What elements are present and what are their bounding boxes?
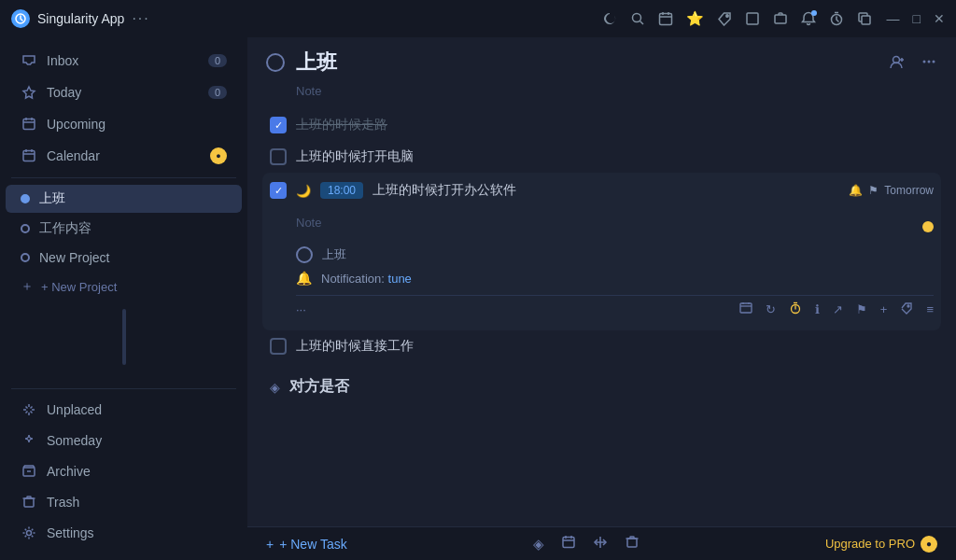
new-task-plus-icon: + (266, 537, 274, 552)
expanded-project-circle (296, 246, 313, 263)
expanded-toolbar-list[interactable]: ≡ (926, 302, 934, 316)
task-text-3: 上班的时候打开办公软件 (373, 182, 516, 199)
sidebar-divider-1 (11, 177, 236, 178)
sidebar-item-inbox[interactable]: Inbox 0 (6, 46, 242, 76)
svg-point-26 (27, 531, 32, 536)
refresh-icon[interactable] (602, 11, 617, 26)
section-diamond-icon: ◈ (270, 380, 280, 395)
section2-header: ◈ 对方是否 (262, 362, 941, 404)
expanded-notif-text: Notification: tune (321, 272, 412, 286)
bell-icon[interactable] (801, 11, 816, 26)
sidebar-item-upcoming[interactable]: Upcoming (6, 109, 242, 139)
task-checkbox-2[interactable] (270, 148, 287, 165)
task-checkbox-1[interactable] (270, 117, 287, 133)
task-row[interactable]: 上班的时候直接工作 (262, 330, 941, 362)
upcoming-label: Upcoming (47, 117, 227, 132)
svg-point-40 (907, 305, 909, 307)
svg-marker-13 (23, 87, 35, 98)
upgrade-label: Upgrade to PRO (825, 537, 915, 551)
expanded-toolbar-share[interactable]: ↗ (833, 302, 843, 316)
expanded-toolbar-timer[interactable] (789, 301, 802, 317)
notification-label: Notification: (321, 272, 385, 286)
bottom-diamond-icon[interactable]: ◈ (533, 536, 544, 553)
project-note-placeholder[interactable]: Note (247, 84, 956, 109)
today-icon (21, 84, 37, 101)
calendar-badge-dot: ● (210, 147, 227, 164)
sidebar-item-shangban[interactable]: 上班 (6, 185, 242, 213)
task-checkbox-3[interactable] (270, 182, 287, 199)
content-header-icons (889, 53, 937, 73)
task-row-expanded[interactable]: 🌙 18:00 上班的时候打开办公软件 🔔 ⚑ Tomorrow Note (262, 173, 941, 330)
main-layout: Inbox 0 Today 0 Upcoming Calendar ● (0, 37, 956, 560)
copy-icon[interactable] (857, 11, 872, 26)
sidebar-item-archive[interactable]: Archive (6, 456, 242, 486)
bottom-icons: ◈ (362, 535, 810, 553)
expanded-toolbar-add[interactable]: + (880, 302, 888, 316)
notification-value[interactable]: tune (388, 272, 412, 286)
unplaced-label: Unplaced (47, 402, 227, 417)
expanded-toolbar-flag[interactable]: ⚑ (856, 302, 867, 316)
task-row[interactable]: 上班的时候打开电脑 (262, 141, 941, 173)
expanded-bell-icon: 🔔 (296, 271, 312, 286)
section2-title: 对方是否 (289, 377, 349, 397)
star-icon[interactable]: ⭐ (686, 10, 704, 27)
sidebar-item-unplaced[interactable]: Unplaced (6, 395, 242, 425)
project-label-shangban: 上班 (39, 190, 227, 207)
sidebar-item-settings[interactable]: Settings (6, 518, 242, 548)
minimize-button[interactable]: — (887, 11, 900, 26)
tag-icon[interactable] (717, 11, 732, 26)
settings-label: Settings (47, 525, 227, 540)
task-checkbox-4[interactable] (270, 338, 287, 355)
calendar-icon[interactable] (658, 11, 673, 26)
bottom-move-icon[interactable] (593, 535, 608, 553)
bell-notification-dot (811, 10, 817, 16)
svg-rect-9 (775, 15, 786, 23)
sidebar-item-trash[interactable]: Trash (6, 487, 242, 517)
svg-point-32 (933, 60, 935, 63)
timer-icon[interactable] (829, 11, 844, 26)
new-task-label: + New Task (279, 537, 347, 552)
inbox-icon (21, 52, 37, 69)
maximize-button[interactable]: □ (913, 11, 921, 26)
titlebar-menu-dots[interactable]: ··· (132, 10, 149, 27)
close-button[interactable]: ✕ (934, 11, 945, 26)
content-area: 上班 Note 上班的时候走路 上班的时候打开电脑 (247, 37, 956, 560)
svg-point-31 (928, 60, 931, 63)
new-task-button[interactable]: + + New Task (266, 537, 347, 552)
project-dot-shangban (21, 194, 30, 203)
bottom-trash-icon[interactable] (625, 535, 640, 553)
sidebar-item-today[interactable]: Today 0 (6, 77, 242, 107)
task-text-1: 上班的时候走路 (296, 117, 387, 133)
expanded-notification: 🔔 Notification: tune (296, 271, 934, 286)
expanded-toolbar-calendar[interactable] (739, 301, 752, 317)
calendar-nav-icon (21, 147, 37, 164)
expanded-toolbar-tag[interactable] (900, 301, 913, 317)
expanded-toolbar-repeat[interactable]: ↻ (766, 302, 776, 316)
sidebar-item-calendar[interactable]: Calendar ● (6, 141, 242, 171)
trash-icon (21, 494, 37, 511)
search-icon[interactable] (630, 11, 645, 26)
trash-label: Trash (47, 495, 227, 510)
add-project-button[interactable]: ＋ + New Project (6, 273, 242, 301)
bottom-calendar-icon[interactable] (561, 535, 576, 553)
more-options-icon[interactable] (921, 53, 937, 73)
user-add-icon[interactable] (889, 53, 906, 73)
titlebar: Singularity App ··· ⭐ (0, 0, 956, 37)
expanded-toolbar-dots[interactable]: ··· (296, 302, 306, 316)
task-row[interactable]: 上班的时候走路 (262, 109, 941, 141)
upgrade-button[interactable]: Upgrade to PRO ● (825, 536, 937, 553)
sidebar-divider-2 (11, 388, 236, 389)
svg-point-30 (923, 60, 926, 63)
sidebar-item-new-project[interactable]: New Project (6, 245, 242, 271)
window-icon[interactable] (745, 11, 760, 26)
sidebar-item-gongzuo[interactable]: 工作内容 (6, 215, 242, 243)
yellow-dot (922, 219, 934, 236)
svg-rect-12 (862, 16, 870, 24)
capture-icon[interactable] (773, 11, 788, 26)
project-label-gongzuo: 工作内容 (39, 220, 227, 237)
tomorrow-label: Tomorrow (884, 184, 934, 197)
task-list: 上班的时候走路 上班的时候打开电脑 🌙 18:00 上班的时候打开办公软件 🔔 … (247, 109, 956, 526)
expanded-toolbar-info[interactable]: ℹ (815, 302, 820, 316)
sidebar-item-someday[interactable]: Someday (6, 426, 242, 455)
app-icon (11, 9, 30, 28)
